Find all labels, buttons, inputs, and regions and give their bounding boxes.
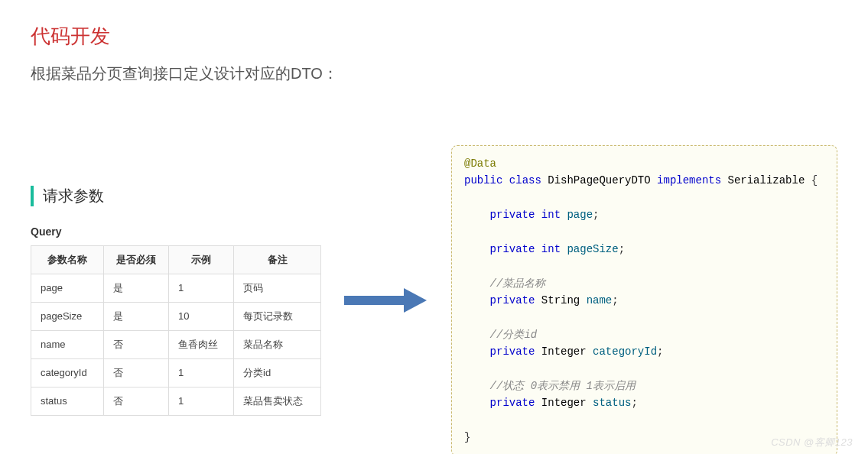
svg-marker-1: [404, 288, 427, 313]
code-panel: @Data public class DishPageQueryDTO impl…: [451, 145, 837, 454]
type-int: int: [541, 209, 561, 221]
th-example: 示例: [168, 245, 233, 274]
kw-public: public: [464, 174, 502, 186]
cell: 每页记录数: [234, 302, 321, 330]
kw-private: private: [490, 243, 535, 255]
field-name: name: [587, 294, 613, 306]
section-title: 请求参数: [31, 186, 321, 206]
field-categoryid: categoryId: [593, 345, 657, 358]
kw-implements: implements: [657, 174, 721, 186]
type-integer: Integer: [541, 397, 587, 409]
query-label: Query: [31, 225, 321, 238]
th-required: 是否必须: [103, 245, 168, 274]
table-header-row: 参数名称 是否必须 示例 备注: [31, 245, 321, 274]
cell: 页码: [234, 274, 321, 302]
table-row: page 是 1 页码: [31, 274, 321, 302]
cell: 否: [103, 387, 168, 415]
brace-open: {: [805, 174, 818, 186]
classname: DishPageQueryDTO: [548, 174, 650, 186]
type-integer: Integer: [541, 345, 587, 358]
brace-close: }: [464, 431, 470, 443]
left-panel: 请求参数 Query 参数名称 是否必须 示例 备注 page 是 1 页码: [31, 186, 321, 416]
svg-rect-0: [344, 296, 404, 305]
field-status: status: [593, 397, 631, 409]
cell: 否: [103, 358, 168, 387]
cell: 鱼香肉丝: [168, 330, 233, 358]
serializable: Serializable: [728, 174, 805, 186]
comment: //菜品名称: [490, 277, 546, 290]
cell: 1: [168, 358, 233, 387]
semi: ;: [631, 397, 637, 409]
kw-private: private: [490, 397, 535, 409]
table-row: categoryId 否 1 分类id: [31, 358, 321, 387]
page-subtext: 根据菜品分页查询接口定义设计对应的DTO：: [31, 63, 837, 84]
cell: page: [31, 274, 104, 302]
field-pagesize: pageSize: [567, 243, 618, 255]
type-string: String: [541, 294, 580, 306]
table-row: name 否 鱼香肉丝 菜品名称: [31, 330, 321, 358]
semi: ;: [593, 209, 599, 221]
params-table: 参数名称 是否必须 示例 备注 page 是 1 页码 pageSize 是 1…: [31, 245, 321, 416]
cell: 否: [103, 330, 168, 358]
kw-private: private: [490, 294, 535, 306]
cell: 1: [168, 387, 233, 415]
cell: 10: [168, 302, 233, 330]
comment: //状态 0表示禁用 1表示启用: [490, 380, 636, 392]
code-annotation: @Data: [464, 157, 496, 170]
content-row: 请求参数 Query 参数名称 是否必须 示例 备注 page 是 1 页码: [31, 145, 837, 454]
semi: ;: [612, 294, 618, 306]
th-note: 备注: [234, 245, 321, 274]
cell: status: [31, 387, 104, 415]
type-int: int: [541, 243, 561, 255]
semi: ;: [619, 243, 625, 255]
cell: 是: [103, 274, 168, 302]
cell: 是: [103, 302, 168, 330]
th-name: 参数名称: [31, 245, 104, 274]
arrow-icon: [344, 287, 428, 314]
page-heading: 代码开发: [31, 23, 837, 50]
cell: categoryId: [31, 358, 104, 387]
cell: pageSize: [31, 302, 104, 330]
watermark: CSDN @客卿123: [771, 436, 853, 449]
kw-class: class: [509, 174, 541, 186]
cell: 分类id: [234, 358, 321, 387]
cell: 菜品售卖状态: [234, 387, 321, 415]
field-page: page: [567, 209, 593, 221]
cell: 菜品名称: [234, 330, 321, 358]
cell: 1: [168, 274, 233, 302]
table-row: pageSize 是 10 每页记录数: [31, 302, 321, 330]
comment: //分类id: [490, 329, 538, 341]
semi: ;: [657, 345, 663, 358]
kw-private: private: [490, 209, 535, 221]
cell: name: [31, 330, 104, 358]
table-row: status 否 1 菜品售卖状态: [31, 387, 321, 415]
kw-private: private: [490, 345, 535, 358]
